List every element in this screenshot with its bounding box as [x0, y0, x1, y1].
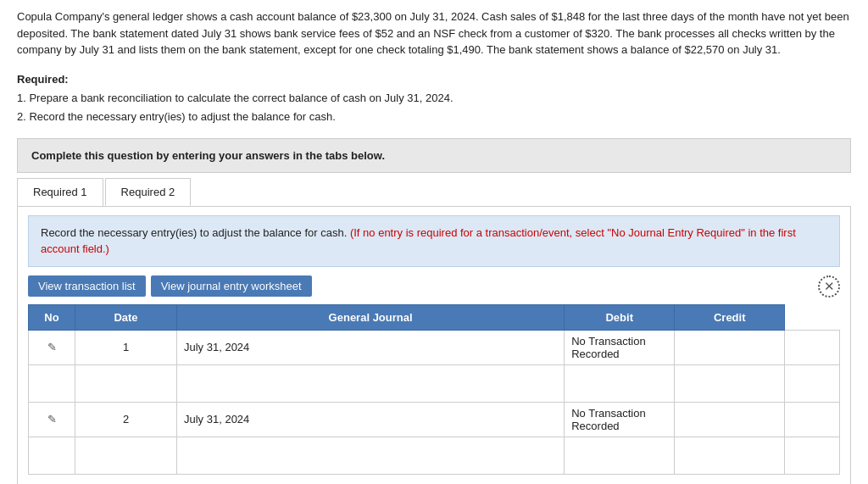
row1-credit[interactable]	[785, 330, 840, 364]
row2-debit[interactable]	[675, 402, 785, 437]
complete-question-box: Complete this question by entering your …	[17, 138, 851, 173]
col-header-debit: Debit	[565, 304, 675, 330]
table-row: ✎ 2 July 31, 2024 No Transaction Recorde…	[29, 402, 840, 437]
col-header-credit: Credit	[675, 304, 785, 330]
close-icon[interactable]: ✕	[818, 275, 840, 298]
row2-date: July 31, 2024	[177, 402, 565, 437]
instruction-box: Record the necessary entry(ies) to adjus…	[28, 215, 840, 267]
col-header-date: Date	[75, 304, 177, 330]
row1-debit[interactable]	[675, 330, 785, 364]
journal-table: No Date General Journal Debit Credit ✎ 1	[28, 304, 840, 475]
col-header-general-journal: General Journal	[177, 304, 565, 330]
table-row: ✎ 1 July 31, 2024 No Transaction Recorde…	[29, 330, 840, 364]
col-header-no: No	[29, 304, 75, 330]
view-journal-entry-worksheet-button[interactable]: View journal entry worksheet	[151, 275, 312, 297]
table-row-sub	[29, 455, 840, 474]
row1-no: 1	[75, 330, 177, 364]
tabs-row: Required 1 Required 2	[17, 173, 851, 207]
row1-gj[interactable]: No Transaction Recorded	[565, 330, 675, 364]
toolbar: View transaction list View journal entry…	[28, 275, 840, 298]
view-transaction-list-button[interactable]: View transaction list	[28, 275, 146, 297]
tab-required-2[interactable]: Required 2	[105, 178, 192, 206]
row1-date: July 31, 2024	[177, 330, 565, 364]
tab-required-1[interactable]: Required 1	[17, 178, 103, 206]
table-row-sub	[29, 437, 840, 455]
table-row-sub	[29, 383, 840, 402]
table-row-sub	[29, 364, 840, 383]
tab-content-container: Record the necessary entry(ies) to adjus…	[17, 207, 851, 484]
required-section: Required: 1. Prepare a bank reconciliati…	[17, 70, 851, 126]
row2-gj[interactable]: No Transaction Recorded	[565, 402, 675, 437]
intro-paragraph: Copula Company's general ledger shows a …	[17, 8, 851, 58]
row2-credit[interactable]	[785, 402, 840, 437]
tab-content: Record the necessary entry(ies) to adjus…	[18, 207, 850, 484]
row2-no: 2	[75, 402, 177, 437]
row2-edit-icon[interactable]: ✎	[29, 402, 75, 437]
row1-edit-icon[interactable]: ✎	[29, 330, 75, 364]
